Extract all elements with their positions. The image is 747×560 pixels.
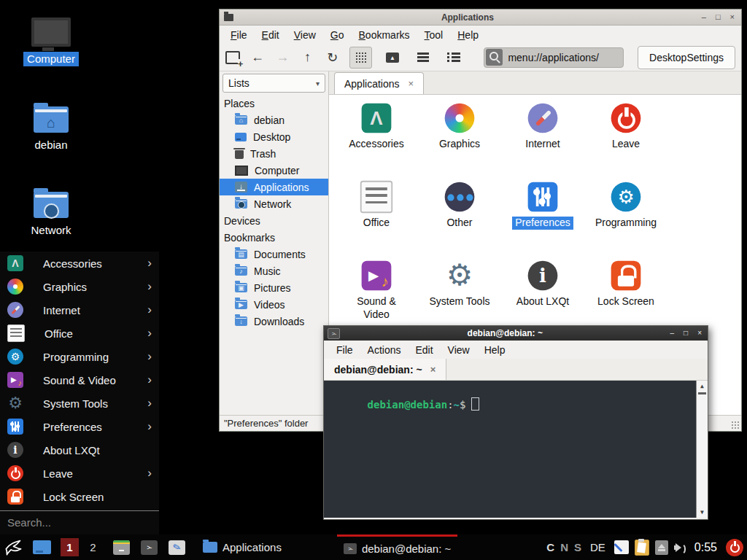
- fm-title-bar[interactable]: Applications – □ ×: [220, 9, 741, 26]
- menu-edit[interactable]: Edit: [255, 28, 286, 42]
- menu-item-about-lxqt[interactable]: About LXQt: [0, 438, 159, 462]
- grid-item-accessories[interactable]: Accessories: [335, 102, 418, 181]
- address-text[interactable]: menu://applications/: [508, 52, 599, 63]
- menu-item-system-tools[interactable]: System Tools ›: [0, 392, 159, 415]
- icon-view-button[interactable]: [349, 47, 372, 69]
- reload-button[interactable]: ↻: [325, 50, 340, 66]
- menu-item-preferences[interactable]: Preferences ›: [0, 415, 159, 438]
- removable-media-tray-icon[interactable]: [655, 540, 668, 555]
- keyboard-layout-indicator[interactable]: DE: [590, 541, 605, 553]
- scrollbar-handle[interactable]: [698, 392, 706, 394]
- grid-item-internet[interactable]: Internet: [501, 102, 584, 181]
- grid-item-programming[interactable]: Programming: [584, 181, 667, 260]
- numlock-indicator[interactable]: N: [560, 541, 568, 553]
- desktop-icon-computer[interactable]: Computer: [16, 18, 86, 66]
- menu-item-programming[interactable]: Programming ›: [0, 345, 159, 368]
- sidebar-item-applications[interactable]: ↓ Applications: [220, 179, 328, 195]
- menu-edit[interactable]: Edit: [409, 343, 439, 357]
- workspace-1-button[interactable]: 1: [61, 538, 79, 556]
- workspace-2-button[interactable]: 2: [84, 538, 102, 556]
- sidebar-item-network[interactable]: Network: [220, 195, 328, 212]
- grid-item-preferences[interactable]: Preferences: [501, 181, 584, 260]
- close-button[interactable]: ×: [730, 13, 735, 21]
- tab-close-icon[interactable]: ×: [430, 364, 436, 375]
- desktop-icon-home-folder[interactable]: ⌂ debian: [16, 102, 86, 152]
- maximize-button[interactable]: □: [684, 330, 688, 337]
- power-button[interactable]: [726, 539, 743, 556]
- sidebar-item-videos[interactable]: ▶ Videos: [220, 296, 328, 313]
- menu-item-internet[interactable]: Internet ›: [0, 298, 159, 322]
- close-button[interactable]: ×: [697, 330, 702, 337]
- sidebar-item-pictures[interactable]: ▣ Pictures: [220, 279, 328, 296]
- menu-help[interactable]: Help: [451, 28, 485, 42]
- menu-item-lock-screen[interactable]: Lock Screen: [0, 485, 159, 508]
- menu-file[interactable]: File: [330, 343, 360, 357]
- minimize-button[interactable]: –: [702, 13, 706, 21]
- quicklaunch-file-manager-icon[interactable]: [113, 540, 130, 555]
- scroll-down-icon[interactable]: ▼: [700, 507, 704, 518]
- fm-side-pane: Lists ▾ Places ⌂ debian Desktop Trash Co…: [220, 71, 329, 415]
- desktop-icon-network[interactable]: Network: [16, 187, 86, 238]
- menu-actions[interactable]: Actions: [361, 343, 408, 357]
- show-desktop-button[interactable]: [33, 540, 51, 554]
- sidebar-item-downloads[interactable]: ↓ Downloads: [220, 313, 328, 330]
- menu-file[interactable]: File: [224, 28, 254, 42]
- clock[interactable]: 0:55: [694, 541, 717, 554]
- menu-search-input[interactable]: Search...: [0, 511, 159, 533]
- menu-item-sound-video[interactable]: Sound & Video ›: [0, 368, 159, 392]
- clipboard-tray-icon[interactable]: [635, 540, 649, 556]
- menu-go[interactable]: Go: [324, 28, 351, 42]
- thumbnail-view-button[interactable]: [382, 47, 403, 68]
- tab-applications[interactable]: Applications ×: [334, 72, 424, 94]
- sidebar-item-music[interactable]: ♪ Music: [220, 262, 328, 279]
- terminal-scrollbar[interactable]: ▲ ▼: [696, 381, 708, 518]
- scroll-up-icon[interactable]: ▲: [700, 381, 704, 392]
- task-button-applications[interactable]: Applications: [196, 534, 288, 560]
- side-pane-mode-combo[interactable]: Lists ▾: [222, 74, 325, 93]
- maximize-button[interactable]: □: [716, 13, 721, 21]
- main-menu-button[interactable]: [4, 537, 23, 557]
- new-tab-button[interactable]: [225, 51, 240, 64]
- address-bar[interactable]: menu://applications/: [484, 47, 624, 68]
- sidebar-item-documents[interactable]: ▤ Documents: [220, 246, 328, 262]
- sidebar-item-debian[interactable]: ⌂ debian: [220, 112, 328, 128]
- menu-view[interactable]: View: [441, 343, 476, 357]
- terminal-screen[interactable]: debian@debian:~$ ▲ ▼: [324, 381, 708, 518]
- quicklaunch-editor-icon[interactable]: [169, 540, 185, 555]
- about-icon: [7, 442, 23, 458]
- submenu-chevron-icon: ›: [147, 326, 152, 341]
- resize-grip[interactable]: [731, 421, 740, 429]
- compact-view-button[interactable]: [412, 47, 433, 68]
- forward-button[interactable]: →: [275, 50, 290, 65]
- menu-tool[interactable]: Tool: [418, 28, 450, 42]
- task-button-terminal[interactable]: debian@debian: ~: [337, 534, 457, 560]
- volume-icon[interactable]: [674, 542, 686, 553]
- grid-item-leave[interactable]: Leave: [584, 102, 667, 181]
- quicklaunch-terminal-icon[interactable]: [141, 540, 158, 555]
- screenshot-tray-icon[interactable]: [614, 540, 629, 554]
- back-button[interactable]: ←: [249, 50, 265, 65]
- grid-item-label: Leave: [612, 138, 640, 151]
- sidebar-item-computer[interactable]: Computer: [220, 162, 328, 179]
- grid-item-graphics[interactable]: Graphics: [418, 102, 501, 181]
- terminal-title-bar[interactable]: debian@debian: ~ – □ ×: [324, 326, 708, 341]
- terminal-tab[interactable]: debian@debian: ~ ×: [324, 359, 446, 380]
- menu-view[interactable]: View: [287, 28, 322, 42]
- grid-item-office[interactable]: Office: [335, 181, 418, 260]
- sidebar-item-desktop[interactable]: Desktop: [220, 128, 328, 145]
- detailed-view-button[interactable]: [443, 47, 464, 68]
- grid-item-other[interactable]: Other: [418, 181, 501, 260]
- menu-item-graphics[interactable]: Graphics ›: [0, 275, 159, 298]
- menu-help[interactable]: Help: [478, 343, 512, 357]
- menu-item-accessories[interactable]: Accessories ›: [0, 252, 159, 275]
- capslock-indicator[interactable]: C: [546, 541, 554, 553]
- menu-item-leave[interactable]: Leave ›: [0, 462, 159, 485]
- menu-bookmarks[interactable]: Bookmarks: [352, 28, 417, 42]
- minimize-button[interactable]: –: [670, 330, 675, 337]
- menu-item-office[interactable]: Office ›: [0, 322, 159, 345]
- sidebar-item-trash[interactable]: Trash: [220, 145, 328, 162]
- desktop-settings-button[interactable]: DesktopSettings: [638, 46, 735, 69]
- scrolllock-indicator[interactable]: S: [574, 541, 581, 553]
- tab-close-icon[interactable]: ×: [409, 78, 414, 89]
- up-button[interactable]: ↑: [300, 50, 315, 65]
